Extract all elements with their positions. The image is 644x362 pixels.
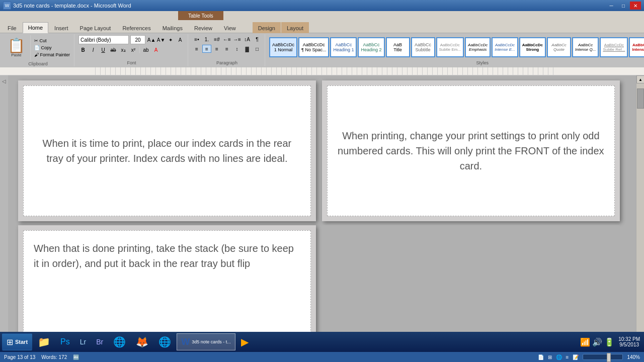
index-card-2[interactable]: When printing, change your print setting… — [327, 85, 615, 216]
words-status-text: Words: 172 — [41, 354, 67, 360]
sidebar-collapse-icon[interactable]: ◁ — [2, 78, 6, 84]
font-color-button[interactable]: A — [151, 46, 160, 54]
styles-gallery: AaBbCcDc1 Normal AaBbCcDc¶ No Spac... Aa… — [269, 37, 644, 57]
style-subtitle[interactable]: AaBbCcSubtitle — [411, 37, 435, 57]
close-button[interactable]: ✕ — [630, 2, 641, 10]
style-intense-ref[interactable]: AaBbCcDcIntense R... — [629, 37, 644, 57]
taskbar-lightroom[interactable]: Lr — [75, 333, 91, 350]
tab-home[interactable]: Home — [23, 22, 48, 33]
font-label: Font — [78, 59, 185, 65]
multilevel-button[interactable]: ≡# — [212, 35, 221, 43]
font-size-input[interactable] — [130, 35, 145, 44]
align-left-button[interactable]: ≡ — [192, 45, 201, 53]
scroll-up-button[interactable]: ▲ — [636, 75, 644, 83]
style-intense-em[interactable]: AaBbCcDcIntense E... — [492, 37, 518, 57]
view-fullscreen-button[interactable]: ⊞ — [548, 354, 552, 360]
style-subtle-ref[interactable]: AaBbCcDcSubtle Ref... — [600, 37, 628, 57]
taskbar-photoshop[interactable]: Ps — [56, 333, 74, 350]
scroll-thumb[interactable] — [637, 88, 644, 109]
tab-view[interactable]: View — [218, 22, 242, 33]
format-painter-button[interactable]: 🖌 Format Painter — [33, 52, 71, 58]
superscript-button[interactable]: x² — [129, 46, 138, 54]
style-heading2[interactable]: AaBbCcHeading 2 — [358, 37, 384, 57]
taskbar-vlc[interactable]: ▶ — [236, 333, 253, 350]
borders-button[interactable]: □ — [253, 45, 262, 53]
line-spacing-button[interactable]: ↕ — [232, 45, 242, 53]
bold-button[interactable]: B — [78, 46, 88, 54]
page-card-1[interactable]: When it is time to print, place our inde… — [18, 80, 316, 221]
view-web-button[interactable]: 🌐 — [556, 354, 562, 360]
style-heading1[interactable]: AaBbCcHeading 1 — [330, 37, 357, 57]
page-card-2[interactable]: When printing, change your print setting… — [322, 80, 620, 221]
increase-indent-button[interactable]: →≡ — [232, 35, 242, 43]
taskbar-word[interactable]: W 3d5 note cards - t... — [177, 333, 235, 350]
taskbar-explorer[interactable]: 📁 — [33, 333, 55, 350]
taskbar-bridge[interactable]: Br — [92, 333, 108, 350]
start-button[interactable]: ⊞ Start — [2, 333, 32, 350]
tab-mailings[interactable]: Mailings — [157, 22, 188, 33]
start-label: Start — [15, 339, 28, 345]
style-strong[interactable]: AaBbCcDcStrong — [519, 37, 546, 57]
chrome-icon: 🌐 — [158, 336, 171, 348]
tab-file[interactable]: File — [2, 22, 22, 33]
page-status: Page 13 of 13 — [4, 354, 35, 360]
title-bar: W 3d5 note cards - template.docx - Micro… — [0, 0, 644, 11]
document-content: When it is time to print, place our inde… — [8, 75, 636, 351]
strikethrough-button[interactable]: ab — [109, 46, 118, 54]
word-icon[interactable]: W — [3, 2, 11, 10]
system-tray: 📶 🔊 🔋 — [580, 337, 614, 347]
view-draft-button[interactable]: 📝 — [573, 354, 579, 360]
numbering-button[interactable]: 1. — [202, 35, 211, 43]
style-subtle-em[interactable]: AaBbCcDcSubtle Em... — [436, 37, 464, 57]
copy-button[interactable]: 📄 Copy — [33, 45, 71, 51]
underline-button[interactable]: U — [99, 46, 108, 54]
style-intense-q[interactable]: AaBbCcIntense Q... — [572, 37, 599, 57]
style-quote[interactable]: AaBbCcQuote — [547, 37, 571, 57]
show-formatting-button[interactable]: ¶ — [253, 35, 262, 43]
justify-button[interactable]: ≡ — [222, 45, 231, 53]
subscript-button[interactable]: x₂ — [119, 46, 128, 54]
taskbar-firefox[interactable]: 🦊 — [131, 333, 153, 350]
align-center-button[interactable]: ≡ — [202, 45, 211, 53]
clear-format-button[interactable]: ✦ — [166, 36, 175, 44]
minimize-button[interactable]: ─ — [606, 2, 617, 10]
taskbar-safari[interactable]: 🌐 — [109, 333, 130, 350]
scroll-track[interactable] — [636, 83, 644, 343]
font-name-input[interactable] — [78, 35, 129, 44]
align-right-button[interactable]: ≡ — [212, 45, 221, 53]
decrease-indent-button[interactable]: ←≡ — [222, 35, 231, 43]
taskbar: ⊞ Start 📁 Ps Lr Br 🌐 🦊 🌐 W 3d5 note card… — [0, 332, 644, 352]
taskbar-chrome[interactable]: 🌐 — [154, 333, 176, 350]
bullets-button[interactable]: ≡• — [192, 35, 201, 43]
cut-button[interactable]: ✂ Cut — [33, 38, 71, 44]
text-effects-button[interactable]: A — [176, 36, 185, 44]
spell-check-icon[interactable]: 🔤 — [73, 354, 79, 360]
index-card-1[interactable]: When it is time to print, place our inde… — [23, 85, 311, 216]
tab-page-layout[interactable]: Page Layout — [74, 22, 117, 33]
style-no-space[interactable]: AaBbCcDc¶ No Spac... — [298, 37, 329, 57]
style-normal[interactable]: AaBbCcDc1 Normal — [269, 37, 297, 57]
tab-insert[interactable]: Insert — [49, 22, 74, 33]
view-outline-button[interactable]: ≡ — [566, 354, 569, 360]
zoom-slider[interactable] — [583, 354, 623, 360]
maximize-button[interactable]: □ — [618, 2, 629, 10]
tab-layout[interactable]: Layout — [281, 22, 309, 33]
grow-font-button[interactable]: A▲ — [147, 36, 156, 44]
network-icon: 📶 — [580, 337, 590, 347]
tab-references[interactable]: References — [117, 22, 156, 33]
tab-review[interactable]: Review — [189, 22, 218, 33]
font-group: A▲ A▼ ✦ A B I U ab x₂ x² ab A Font — [75, 34, 188, 66]
sort-button[interactable]: ↕A — [243, 35, 252, 43]
style-emphasis[interactable]: AaBbCcDcEmphasis — [465, 37, 491, 57]
tab-design[interactable]: Design — [253, 22, 281, 33]
volume-icon: 🔊 — [592, 337, 602, 347]
style-title[interactable]: AaBTitle — [386, 37, 410, 57]
clock: 10:32 PM 9/5/2013 — [616, 336, 642, 347]
highlight-button[interactable]: ab — [141, 46, 150, 54]
view-print-button[interactable]: 📄 — [538, 354, 544, 360]
paste-button[interactable]: 📋 Paste — [5, 37, 28, 59]
italic-button[interactable]: I — [89, 46, 98, 54]
shading-button[interactable]: ▓ — [243, 45, 252, 53]
shrink-font-button[interactable]: A▼ — [156, 36, 166, 44]
lightroom-icon: Lr — [80, 338, 86, 346]
